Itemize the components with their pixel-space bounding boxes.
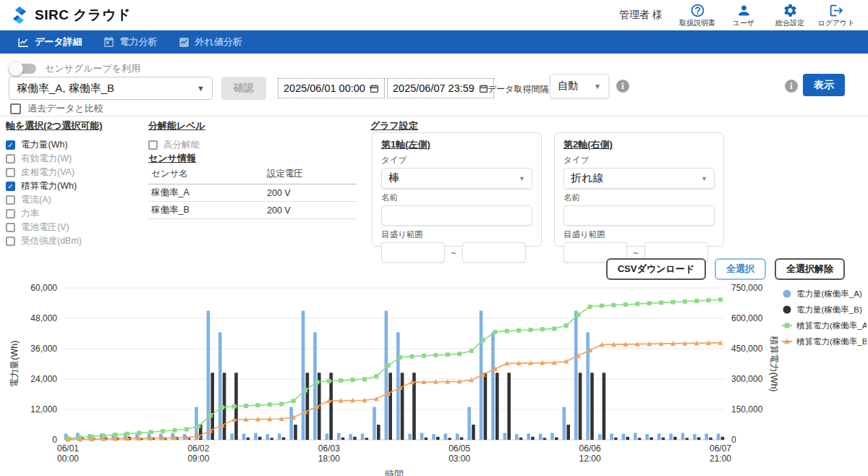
bar-power-b[interactable] bbox=[614, 438, 618, 440]
bar-power-a[interactable] bbox=[195, 407, 198, 441]
unchecked-checkbox-icon[interactable] bbox=[6, 195, 15, 205]
square-marker[interactable] bbox=[433, 353, 438, 357]
square-marker[interactable] bbox=[279, 401, 284, 406]
logout-button[interactable]: ログアウト bbox=[814, 3, 858, 28]
unchecked-checkbox-icon[interactable] bbox=[6, 237, 15, 246]
axis-option-6[interactable]: 電池電圧(V) bbox=[6, 221, 143, 234]
legend-item[interactable]: 電力量(稼働率_B) bbox=[783, 305, 862, 314]
bar-power-b[interactable] bbox=[543, 438, 547, 440]
bar-power-b[interactable] bbox=[603, 373, 606, 440]
bar-power-a[interactable] bbox=[432, 434, 435, 440]
bar-power-b[interactable] bbox=[388, 373, 392, 440]
bar-power-a[interactable] bbox=[218, 332, 222, 440]
square-marker[interactable] bbox=[149, 430, 153, 434]
bar-power-a[interactable] bbox=[302, 311, 305, 441]
bar-power-b[interactable] bbox=[436, 437, 440, 440]
bar-power-b[interactable] bbox=[353, 437, 357, 440]
square-marker[interactable] bbox=[718, 297, 723, 302]
square-marker[interactable] bbox=[232, 404, 237, 409]
bar-power-b[interactable] bbox=[566, 425, 570, 440]
bar-power-a[interactable] bbox=[503, 433, 507, 440]
bar-power-b[interactable] bbox=[626, 437, 629, 440]
square-marker[interactable] bbox=[671, 300, 675, 305]
bar-power-b[interactable] bbox=[270, 438, 273, 440]
bar-power-b[interactable] bbox=[472, 425, 475, 440]
axis2-name-input[interactable] bbox=[563, 205, 715, 226]
square-marker[interactable] bbox=[469, 349, 474, 353]
bar-power-a[interactable] bbox=[385, 311, 388, 441]
bar-power-a[interactable] bbox=[313, 332, 317, 440]
toggle-track[interactable] bbox=[12, 64, 36, 74]
square-marker[interactable] bbox=[255, 403, 260, 407]
square-marker[interactable] bbox=[303, 388, 307, 392]
tab-power-analysis[interactable]: 電力分析 bbox=[93, 30, 168, 54]
display-info-icon[interactable]: i bbox=[785, 80, 798, 93]
square-marker[interactable] bbox=[173, 428, 177, 433]
bar-power-a[interactable] bbox=[230, 433, 234, 440]
csv-download-button[interactable]: CSVダウンロード bbox=[606, 258, 706, 280]
bar-power-a[interactable] bbox=[326, 434, 329, 440]
bar-power-a[interactable] bbox=[586, 332, 590, 440]
bar-power-b[interactable] bbox=[247, 438, 250, 440]
bar-power-b[interactable] bbox=[685, 438, 689, 440]
axis-option-1[interactable]: 有効電力(W) bbox=[6, 152, 143, 166]
resolution-option-0[interactable]: 高分解能 bbox=[148, 138, 365, 152]
square-marker[interactable] bbox=[635, 302, 639, 306]
display-button[interactable]: 表示 bbox=[803, 74, 845, 96]
bar-power-a[interactable] bbox=[658, 433, 661, 440]
bar-power-b[interactable] bbox=[258, 437, 262, 440]
bar-power-b[interactable] bbox=[531, 437, 535, 440]
checked-checkbox-icon[interactable]: ✓ bbox=[6, 140, 15, 150]
bar-power-a[interactable] bbox=[634, 433, 637, 440]
square-marker[interactable] bbox=[398, 355, 402, 360]
square-marker[interactable] bbox=[208, 413, 213, 417]
bar-power-a[interactable] bbox=[467, 407, 471, 441]
bar-power-a[interactable] bbox=[598, 434, 602, 440]
bar-power-b[interactable] bbox=[341, 438, 345, 440]
unchecked-checkbox-icon[interactable] bbox=[6, 154, 15, 163]
square-marker[interactable] bbox=[529, 328, 533, 332]
bar-power-a[interactable] bbox=[337, 433, 341, 440]
combo-chart[interactable]: 012,00024,00036,00048,00060,0000150,0003… bbox=[3, 281, 867, 476]
date-to-input[interactable]: 2025/06/07 23:59 bbox=[387, 78, 494, 98]
bar-power-a[interactable] bbox=[527, 433, 530, 440]
square-marker[interactable] bbox=[386, 363, 391, 367]
axis-option-3[interactable]: ✓積算電力(Wh) bbox=[6, 179, 143, 193]
bar-power-a[interactable] bbox=[456, 434, 459, 440]
unchecked-checkbox-icon[interactable] bbox=[6, 168, 15, 177]
bar-power-a[interactable] bbox=[278, 433, 281, 440]
bar-power-b[interactable] bbox=[401, 373, 404, 440]
bar-power-b[interactable] bbox=[460, 438, 464, 441]
bar-power-a[interactable] bbox=[539, 434, 542, 440]
settings-button[interactable]: 総合設定 bbox=[768, 3, 812, 28]
bar-power-a[interactable] bbox=[420, 433, 424, 440]
interval-info-icon[interactable]: i bbox=[616, 80, 629, 93]
line-series-group[interactable] bbox=[65, 340, 723, 441]
square-marker[interactable] bbox=[481, 338, 485, 342]
bar-power-a[interactable] bbox=[515, 434, 519, 440]
bar-power-a[interactable] bbox=[550, 433, 554, 440]
bar-power-b[interactable] bbox=[294, 425, 297, 440]
bar-power-a[interactable] bbox=[681, 433, 685, 440]
bar-power-b[interactable] bbox=[697, 438, 701, 441]
calendar-icon[interactable] bbox=[479, 84, 488, 93]
bar-power-b[interactable] bbox=[673, 437, 677, 440]
axis1-type-select[interactable]: 棒 ▼ bbox=[381, 168, 532, 189]
square-marker[interactable] bbox=[292, 399, 296, 403]
bar-power-b[interactable] bbox=[425, 438, 428, 440]
square-marker[interactable] bbox=[244, 404, 248, 408]
manual-button[interactable]: 取扱説明書 bbox=[676, 3, 719, 28]
bar-power-b[interactable] bbox=[282, 438, 286, 441]
bar-power-a[interactable] bbox=[289, 407, 293, 441]
axis-option-4[interactable]: 電流(A) bbox=[6, 193, 143, 207]
axis1-range-min-input[interactable] bbox=[381, 242, 445, 263]
axis2-type-select[interactable]: 折れ線 ▼ bbox=[563, 168, 715, 189]
square-marker[interactable] bbox=[647, 301, 652, 305]
axis-option-5[interactable]: 力率 bbox=[6, 207, 143, 221]
square-marker[interactable] bbox=[611, 303, 616, 307]
square-marker[interactable] bbox=[576, 313, 580, 317]
axis-option-0[interactable]: ✓電力量(Wh) bbox=[6, 138, 143, 152]
square-marker[interactable] bbox=[374, 374, 378, 378]
compare-checkbox[interactable]: 過去データと比較 bbox=[10, 102, 103, 115]
square-marker[interactable] bbox=[339, 378, 343, 383]
